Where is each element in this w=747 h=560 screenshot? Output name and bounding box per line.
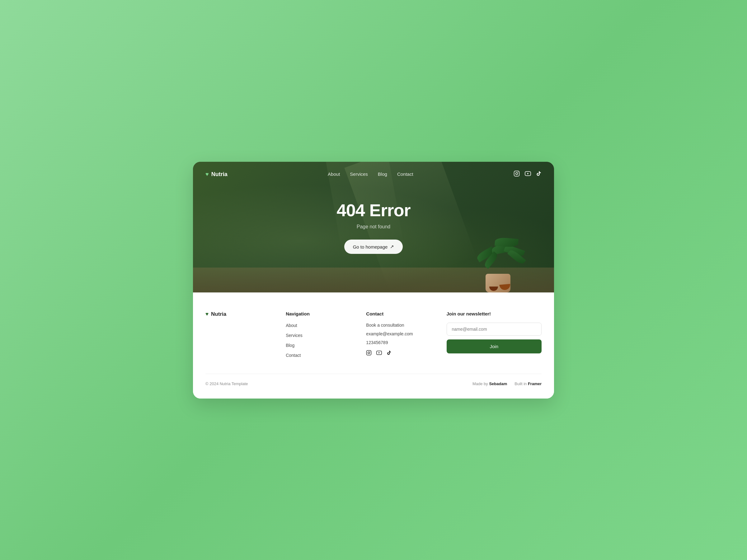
footer-nav-title: Navigation bbox=[286, 311, 354, 316]
main-card: ♥ Nutria About Services Blog Contact bbox=[193, 162, 554, 399]
nav-contact-link[interactable]: Contact bbox=[397, 171, 413, 177]
footer-tiktok-icon[interactable] bbox=[387, 350, 391, 357]
nav-blog-link[interactable]: Blog bbox=[378, 171, 387, 177]
svg-point-6 bbox=[370, 351, 371, 352]
footer-credits: Made by Sebadam Built in Framer bbox=[472, 381, 542, 386]
hero-section: ♥ Nutria About Services Blog Contact bbox=[193, 162, 554, 292]
footer-social-links bbox=[366, 350, 434, 357]
footer-main-grid: ♥ Nutria Navigation About Services Blog bbox=[205, 311, 542, 358]
footer-phone: 123456789 bbox=[366, 340, 434, 345]
error-subtitle: Page not found bbox=[357, 224, 391, 230]
nav-item-contact: Contact bbox=[397, 171, 413, 177]
svg-point-5 bbox=[368, 352, 370, 354]
made-by-text: Made by Sebadam bbox=[472, 381, 507, 386]
footer-newsletter-col: Join our newsletter! Join bbox=[447, 311, 542, 358]
footer-nav-col: Navigation About Services Blog Contact bbox=[286, 311, 354, 358]
newsletter-email-input[interactable] bbox=[447, 323, 542, 336]
navbar: ♥ Nutria About Services Blog Contact bbox=[193, 162, 554, 187]
maker-name: Sebadam bbox=[489, 381, 507, 386]
newsletter-join-button[interactable]: Join bbox=[447, 340, 542, 353]
logo-heart-icon: ♥ bbox=[205, 171, 209, 178]
footer-nav-blog: Blog bbox=[286, 343, 354, 348]
nav-services-link[interactable]: Services bbox=[350, 171, 368, 177]
footer-bottom: © 2024 Nutria Template Made by Sebadam B… bbox=[205, 381, 542, 386]
built-in-text: Built in Framer bbox=[515, 381, 542, 386]
footer-logo-heart-icon: ♥ bbox=[205, 311, 209, 317]
nav-youtube-icon[interactable] bbox=[525, 170, 531, 178]
svg-marker-3 bbox=[527, 173, 529, 174]
error-title: 404 Error bbox=[337, 200, 411, 220]
btn-homepage-label: Go to homepage bbox=[353, 244, 388, 249]
footer-contact-link[interactable]: Contact bbox=[286, 353, 301, 358]
footer-logo: ♥ Nutria bbox=[205, 311, 273, 317]
nav-links: About Services Blog Contact bbox=[328, 171, 413, 177]
svg-rect-0 bbox=[514, 171, 519, 176]
footer-nav-services: Services bbox=[286, 332, 354, 338]
nav-tiktok-icon[interactable] bbox=[536, 170, 542, 178]
nav-item-services: Services bbox=[350, 171, 368, 177]
footer-logo-col: ♥ Nutria bbox=[205, 311, 273, 358]
newsletter-title: Join our newsletter! bbox=[447, 311, 542, 316]
svg-point-1 bbox=[516, 172, 518, 175]
footer-nav-contact: Contact bbox=[286, 352, 354, 358]
footer-copyright: © 2024 Nutria Template bbox=[205, 381, 248, 386]
builder-name: Framer bbox=[528, 381, 542, 386]
svg-marker-7 bbox=[379, 352, 380, 353]
footer-nav-about: About bbox=[286, 323, 354, 328]
footer-contact-col: Contact Book a consultation example@exam… bbox=[366, 311, 434, 358]
nav-item-blog: Blog bbox=[378, 171, 387, 177]
svg-point-2 bbox=[518, 172, 518, 172]
footer-nav-list: About Services Blog Contact bbox=[286, 323, 354, 358]
nav-about-link[interactable]: About bbox=[328, 171, 340, 177]
logo-link[interactable]: ♥ Nutria bbox=[205, 171, 228, 178]
footer-book-consultation: Book a consultation bbox=[366, 323, 434, 328]
footer-contact-list: Book a consultation example@example.com … bbox=[366, 323, 434, 345]
nav-social-links bbox=[514, 170, 542, 178]
footer-book-link[interactable]: Book a consultation bbox=[366, 323, 404, 328]
nav-item-about: About bbox=[328, 171, 340, 177]
footer-brand-name: Nutria bbox=[211, 311, 226, 317]
footer-youtube-icon[interactable] bbox=[376, 350, 382, 357]
footer-contact-title: Contact bbox=[366, 311, 434, 316]
nav-instagram-icon[interactable] bbox=[514, 170, 520, 178]
footer: ♥ Nutria Navigation About Services Blog bbox=[193, 292, 554, 399]
go-to-homepage-button[interactable]: Go to homepage ↗ bbox=[344, 240, 403, 254]
footer-services-link[interactable]: Services bbox=[286, 333, 303, 338]
footer-blog-link[interactable]: Blog bbox=[286, 343, 294, 348]
logo-text: Nutria bbox=[211, 171, 228, 178]
footer-about-link[interactable]: About bbox=[286, 323, 297, 328]
footer-instagram-icon[interactable] bbox=[366, 350, 371, 357]
footer-divider bbox=[205, 374, 542, 374]
svg-rect-4 bbox=[367, 350, 371, 355]
footer-email: example@example.com bbox=[366, 331, 434, 336]
btn-homepage-arrow: ↗ bbox=[390, 244, 394, 249]
